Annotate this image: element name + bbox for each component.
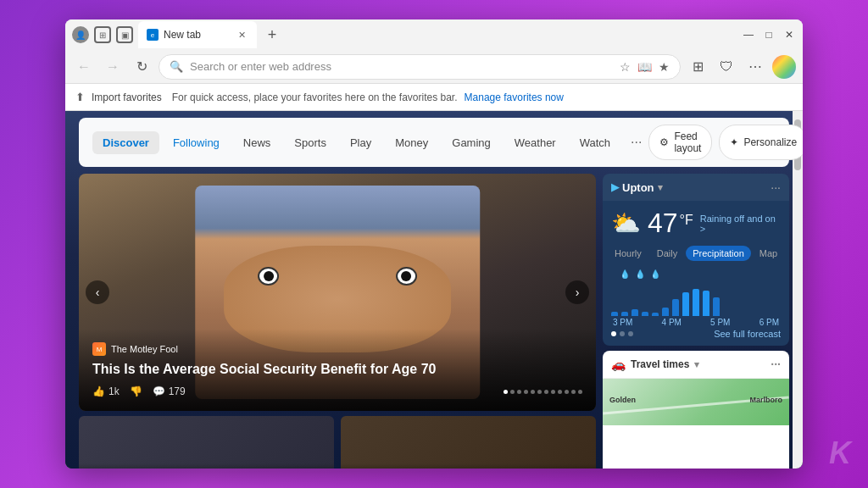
slide-dot-7[interactable]	[544, 390, 548, 394]
favorites-icon[interactable]: ★	[659, 60, 670, 74]
chart-labels: 3 PM 4 PM 5 PM 6 PM	[611, 318, 781, 327]
travel-map[interactable]: Golden Marlboro	[603, 379, 789, 425]
tab-sports[interactable]: Sports	[284, 131, 337, 154]
travel-more-button[interactable]: ···	[771, 358, 781, 371]
travel-icon: 🚗	[611, 358, 626, 371]
dislike-icon: 👎	[130, 385, 142, 397]
close-button[interactable]: ✕	[782, 28, 796, 42]
chart-bars	[611, 282, 781, 316]
articles-column: ‹ › M The Motley Fool This Is the Averag…	[79, 174, 596, 469]
url-bar[interactable]: 🔍 Search or enter web address ☆ 📖 ★	[159, 54, 681, 80]
weather-more-button[interactable]: ···	[771, 180, 781, 194]
location-name[interactable]: ▶ Upton ▾	[611, 181, 663, 194]
refresh-button[interactable]: ↻	[130, 55, 153, 79]
bar-2	[621, 312, 628, 316]
import-favorites-label[interactable]: Import favorites	[92, 92, 162, 103]
small-article-1[interactable]: Political news story headline...	[79, 416, 334, 469]
article-next-button[interactable]: ›	[565, 280, 589, 304]
slide-dot-5[interactable]	[531, 390, 535, 394]
source-name: The Motley Fool	[111, 344, 178, 354]
feed-layout-button[interactable]: ⚙ Feed layout	[648, 125, 712, 160]
new-tab-button[interactable]: +	[260, 23, 284, 47]
slide-dot-12[interactable]	[578, 390, 582, 394]
slide-dot-11[interactable]	[571, 390, 576, 394]
article-title[interactable]: This Is the Average Social Security Bene…	[92, 361, 582, 379]
label-6pm: 6 PM	[760, 318, 779, 327]
tab-close-button[interactable]: ✕	[235, 28, 248, 42]
maximize-button[interactable]: □	[762, 28, 776, 42]
weather-description[interactable]: Raining off and on >	[700, 214, 781, 234]
tab-watch[interactable]: Watch	[570, 131, 620, 154]
weather-tab-precipitation[interactable]: Precipitation	[686, 246, 751, 261]
weather-header: ▶ Upton ▾ ···	[603, 174, 789, 201]
tab-play[interactable]: Play	[340, 131, 381, 154]
small-article-2[interactable]: Technology story headline...	[341, 416, 596, 469]
slide-dot-1[interactable]	[504, 390, 508, 394]
favorites-bar-text: For quick access, place your favorites h…	[172, 92, 458, 103]
profile-menu-icon[interactable]: 👤	[72, 26, 89, 43]
weather-tab-hourly[interactable]: Hourly	[608, 246, 648, 261]
bar-7	[672, 299, 679, 316]
slide-dot-4[interactable]	[524, 390, 528, 394]
manage-favorites-link[interactable]: Manage favorites now	[465, 92, 564, 103]
travel-chevron-icon: ▾	[694, 359, 699, 370]
see-forecast-link[interactable]: See full forecast	[714, 329, 781, 339]
article-prev-button[interactable]: ‹	[86, 280, 109, 304]
featured-article[interactable]: ‹ › M The Motley Fool This Is the Averag…	[79, 174, 596, 411]
weather-tabs: Hourly Daily Precipitation Map	[603, 246, 789, 266]
tab-discover[interactable]: Discover	[92, 131, 159, 154]
bar-11	[713, 297, 720, 316]
personalize-button[interactable]: ✦ Personalize	[719, 125, 803, 160]
temperature-unit: °F	[680, 213, 693, 228]
dislike-button[interactable]: 👎	[130, 385, 142, 397]
collections-icon[interactable]: ⊞	[94, 26, 111, 43]
comment-button[interactable]: 💬 179	[153, 385, 186, 397]
temperature-value: 47	[648, 208, 678, 239]
weather-condition-icon: ⛅	[611, 209, 641, 237]
profile-icon[interactable]	[772, 55, 796, 79]
url-bar-icons: ☆ 📖 ★	[620, 60, 670, 74]
tab-news[interactable]: News	[233, 131, 281, 154]
feed-nav-right: ⚙ Feed layout ✦ Personalize	[648, 125, 803, 160]
wf-dot-1[interactable]	[611, 331, 616, 336]
slide-dot-6[interactable]	[537, 390, 542, 394]
tab-money[interactable]: Money	[385, 131, 438, 154]
tab-gaming[interactable]: Gaming	[442, 131, 501, 154]
browser-essentials-icon[interactable]: 🛡	[715, 55, 738, 79]
weather-chart: 💧 💧 💧	[603, 266, 789, 325]
wf-dot-2[interactable]	[620, 331, 625, 336]
weather-tab-daily[interactable]: Daily	[650, 246, 684, 261]
wf-dot-3[interactable]	[628, 331, 633, 336]
slide-dot-8[interactable]	[551, 390, 555, 394]
slide-dot-3[interactable]	[517, 390, 521, 394]
forward-button[interactable]: →	[101, 55, 125, 79]
feed-area: ‹ › M The Motley Fool This Is the Averag…	[65, 167, 803, 469]
like-button[interactable]: 👍 1k	[92, 385, 120, 397]
tab-weather[interactable]: Weather	[504, 131, 566, 154]
url-text: Search or enter web address	[190, 60, 331, 73]
comment-icon: 💬	[153, 385, 165, 397]
settings-icon[interactable]: ⋯	[743, 55, 767, 79]
weather-main: ⛅ 47 °F Raining off and on >	[603, 201, 789, 246]
favorites-bar: ⬆ Import favorites For quick access, pla…	[65, 84, 803, 111]
bar-1	[611, 312, 618, 316]
weather-tab-map[interactable]: Map	[753, 246, 784, 261]
feed-nav: Discover Following News Sports Play Mone…	[79, 118, 789, 167]
small-articles-row: Political news story headline... Technol…	[79, 416, 596, 469]
split-screen-icon[interactable]: ▣	[116, 26, 133, 43]
back-button[interactable]: ←	[72, 55, 96, 79]
rain-drops: 💧 💧 💧	[611, 269, 781, 279]
minimize-button[interactable]: —	[742, 28, 755, 42]
active-tab[interactable]: e New tab ✕	[138, 21, 257, 48]
star-icon[interactable]: ☆	[620, 60, 631, 74]
slide-dot-10[interactable]	[565, 390, 569, 394]
add-to-sidebar-icon[interactable]: ⊞	[686, 55, 709, 79]
weather-footer: See full forecast	[603, 325, 789, 346]
more-tabs-button[interactable]: ···	[624, 131, 648, 153]
article-actions: 👍 1k 👎 💬 179	[92, 385, 582, 397]
reading-mode-icon[interactable]: 📖	[637, 60, 652, 74]
slide-dot-9[interactable]	[558, 390, 562, 394]
tab-following[interactable]: Following	[163, 131, 230, 154]
slide-dot-2[interactable]	[510, 390, 515, 394]
rain-drop-1: 💧	[620, 269, 630, 279]
